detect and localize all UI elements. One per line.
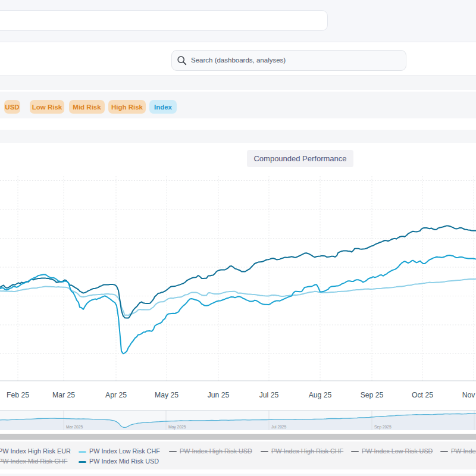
svg-text:Jul 25: Jul 25 (259, 391, 279, 399)
svg-text:May 2025: May 2025 (168, 425, 186, 430)
svg-text:Aug 25: Aug 25 (309, 391, 332, 399)
svg-text:Oct 25: Oct 25 (412, 391, 433, 399)
svg-text:Sep 25: Sep 25 (361, 391, 384, 399)
svg-text:May 25: May 25 (155, 391, 178, 399)
svg-text:Sep 2025: Sep 2025 (374, 425, 392, 430)
svg-text:Jun 25: Jun 25 (208, 391, 230, 399)
svg-text:Nov 25: Nov 25 (462, 391, 476, 399)
svg-text:Mar 25: Mar 25 (52, 391, 75, 399)
svg-text:Mar 2025: Mar 2025 (66, 425, 83, 429)
svg-text:Feb 25: Feb 25 (7, 391, 29, 399)
svg-text:Apr 25: Apr 25 (105, 391, 127, 399)
svg-text:Jul 2025: Jul 2025 (271, 425, 287, 429)
